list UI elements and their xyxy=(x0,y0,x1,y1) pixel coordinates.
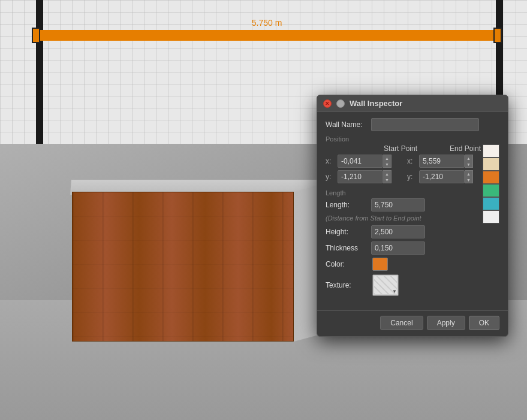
wall-name-label: Wall Name: xyxy=(326,120,368,129)
y2-input-group: ▲ ▼ xyxy=(419,170,473,183)
height-input[interactable] xyxy=(371,225,425,238)
x2-input[interactable] xyxy=(419,155,465,168)
texture-dropdown-icon: ▼ xyxy=(392,289,397,294)
palette-swatch-white[interactable] xyxy=(483,210,499,223)
x1-spin[interactable]: ▲ ▼ xyxy=(383,155,392,168)
minimize-button[interactable] xyxy=(336,99,345,108)
texture-label: Texture: xyxy=(326,281,368,289)
palette-swatch-orange[interactable] xyxy=(483,171,499,184)
position-label: Position xyxy=(326,135,349,143)
thickness-row: Thickness xyxy=(326,241,499,255)
position-section: Position Start Point End Point x: ▲ ▼ xyxy=(326,134,499,183)
dialog-titlebar: ✕ Wall Inspector xyxy=(317,95,508,112)
end-point-label: End Point xyxy=(450,144,481,153)
height-row: Height: xyxy=(326,225,499,238)
x1-input[interactable] xyxy=(338,155,383,168)
color-palette xyxy=(483,144,499,223)
texture-preview[interactable]: ▼ xyxy=(372,274,399,296)
ok-button[interactable]: OK xyxy=(469,316,499,330)
x1-input-group: ▲ ▼ xyxy=(338,155,392,168)
measurement-bar xyxy=(36,30,498,41)
thickness-label: Thickness xyxy=(326,244,368,252)
texture-row: Texture: ▼ xyxy=(326,274,499,296)
length-section: Length Length: (Distance from Start to E… xyxy=(326,188,499,222)
y2-label: y: xyxy=(407,173,415,181)
y2-input[interactable] xyxy=(419,170,465,183)
palette-swatch-beige[interactable] xyxy=(483,144,499,158)
dialog-footer: Cancel Apply OK xyxy=(317,310,508,336)
length-section-label: Length xyxy=(326,189,346,197)
color-swatch[interactable] xyxy=(372,258,388,271)
x2-input-group: ▲ ▼ xyxy=(419,155,473,168)
start-point-label: Start Point xyxy=(384,144,442,153)
wall-name-row: Wall Name: xyxy=(326,118,499,131)
wall-inspector-dialog: ✕ Wall Inspector Wall Name: Position Sta… xyxy=(317,95,508,337)
y1-spin[interactable]: ▲ ▼ xyxy=(383,170,392,183)
close-button[interactable]: ✕ xyxy=(323,99,332,108)
dialog-body: Wall Name: Position Start Point End Poin… xyxy=(317,112,508,310)
x1-label: x: xyxy=(326,157,334,165)
length-input[interactable] xyxy=(371,198,425,211)
measurement-line: 5.750 m xyxy=(36,18,498,41)
length-label: Length: xyxy=(326,201,368,209)
y2-spin[interactable]: ▲ ▼ xyxy=(465,170,473,183)
thickness-input[interactable] xyxy=(371,241,425,255)
x2-spin[interactable]: ▲ ▼ xyxy=(465,155,473,168)
y1-label: y: xyxy=(326,173,334,181)
palette-swatch-green[interactable] xyxy=(483,184,499,197)
color-row: Color: xyxy=(326,258,499,271)
palette-swatch-teal[interactable] xyxy=(483,197,499,210)
height-label: Height: xyxy=(326,228,368,236)
apply-button[interactable]: Apply xyxy=(427,316,465,330)
y1-input[interactable] xyxy=(338,170,383,183)
wood-wall xyxy=(72,192,294,342)
measurement-label: 5.750 m xyxy=(252,18,282,28)
y1-input-group: ▲ ▼ xyxy=(338,170,392,183)
cancel-button[interactable]: Cancel xyxy=(380,316,423,330)
color-label: Color: xyxy=(326,260,368,268)
measurement-bar-container xyxy=(36,30,498,41)
measurement-handle-right[interactable] xyxy=(493,28,502,43)
dialog-title: Wall Inspector xyxy=(350,99,402,108)
palette-swatch-tan[interactable] xyxy=(483,158,499,171)
x2-label: x: xyxy=(407,157,415,165)
length-note: (Distance from Start to End point xyxy=(326,214,499,222)
measurement-handle-left[interactable] xyxy=(32,28,40,43)
wall-name-input[interactable] xyxy=(371,118,479,131)
dialog-content-wrapper: Wall Name: Position Start Point End Poin… xyxy=(326,118,499,296)
length-row: Length: xyxy=(326,198,499,211)
